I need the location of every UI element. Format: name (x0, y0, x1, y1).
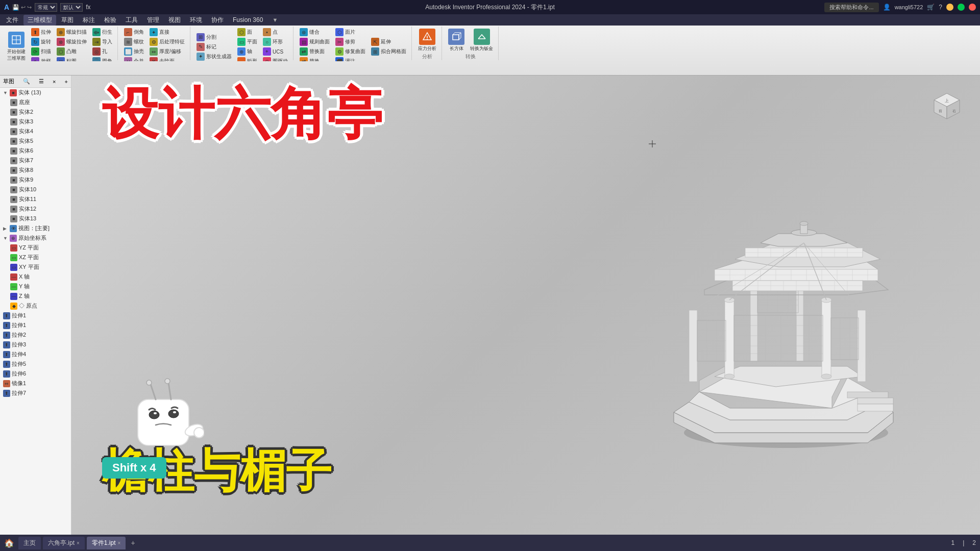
search-box[interactable]: 搜索帮助和命令... (824, 3, 878, 12)
ribbon-btn-ucs[interactable]: ⌖ UCS (261, 47, 290, 56)
tree-solid8[interactable]: ■ 实体8 (0, 165, 71, 175)
tree-extrude1b[interactable]: ⬆ 拉伸1 (0, 320, 71, 330)
menu-environment[interactable]: 环境 (186, 15, 206, 26)
quick-access-icons[interactable]: 💾 ↩ ↪ (12, 4, 32, 11)
menu-fusion360[interactable]: Fusion 360 (229, 15, 267, 24)
tree-solid5[interactable]: ■ 实体5 (0, 136, 71, 146)
ribbon-btn-start-3d[interactable]: 开始创建三维草图 (5, 31, 28, 61)
tree-extrude5[interactable]: ⬆ 拉伸5 (0, 359, 71, 369)
ribbon-btn-rect[interactable]: ▬ 矩形 (235, 57, 259, 61)
ribbon-btn-fillet[interactable]: ⌒ 圆角 (90, 57, 114, 61)
ribbon-btn-emboss[interactable]: ⬡ 凸雕 (55, 47, 89, 56)
ribbon-btn-helix-extrude[interactable]: ⊗ 螺旋拉伸 (55, 37, 89, 46)
tree-solid2[interactable]: ■ 实体2 (0, 107, 71, 117)
close-btn[interactable] (969, 4, 976, 11)
ribbon-btn-plane[interactable]: ▭ 平面 (235, 37, 259, 46)
ribbon-btn-remove-face[interactable]: ✕ 去除面 (148, 57, 187, 61)
tree-base[interactable]: ■ 底座 (0, 97, 71, 107)
style-selector[interactable]: 默认 (60, 3, 83, 12)
ribbon-btn-chamfer[interactable]: ⌐ 倒角 (122, 28, 146, 37)
ribbon-btn-thread[interactable]: ≋ 螺纹 (122, 37, 146, 46)
ribbon-btn-import[interactable]: ⇥ 导入 (90, 37, 114, 46)
ribbon-btn-stitch[interactable]: ⊛ 缝合 (298, 28, 332, 37)
tree-x-axis[interactable]: — X 轴 (0, 272, 71, 282)
tree-solids[interactable]: ▼ ■ 实体 (13) (0, 88, 71, 97)
tree-extrude6[interactable]: ⬆ 拉伸6 (0, 369, 71, 379)
ribbon-btn-rule-surface[interactable]: ▤ 规则曲面 (298, 37, 332, 46)
tree-solid11[interactable]: ■ 实体11 (0, 194, 71, 204)
ribbon-btn-mark[interactable]: ✎ 标记 (194, 42, 234, 52)
ribbon-btn-point[interactable]: • 点 (261, 28, 290, 37)
ribbon-btn-thicken[interactable]: ⇔ 厚度/偏移 (148, 47, 187, 56)
fusion-dropdown[interactable]: ▼ (272, 17, 278, 23)
ribbon-btn-postprocess[interactable]: ⚙ 后处理特征 (148, 37, 187, 46)
menu-manage[interactable]: 管理 (143, 15, 163, 26)
ribbon-btn-derive[interactable]: ⟴ 衍生 (90, 28, 114, 37)
tree-extrude2[interactable]: ⬆ 拉伸2 (0, 330, 71, 340)
tree-xy-plane[interactable]: ▭ XY 平面 (0, 262, 71, 272)
menu-inspect[interactable]: 检验 (100, 15, 120, 26)
tree-solid3[interactable]: ■ 实体3 (0, 117, 71, 127)
tree-solid9[interactable]: ■ 实体9 (0, 175, 71, 185)
tree-origin[interactable]: ▼ ⊕ 原始坐标系 (0, 233, 71, 243)
ribbon-btn-patch[interactable]: ⬡ 面片 (333, 28, 368, 37)
tree-extrude3[interactable]: ⬆ 拉伸3 (0, 340, 71, 349)
username[interactable]: wangli5722 (895, 4, 923, 10)
status-tab-home[interactable]: 主页 (18, 537, 41, 549)
tab-hexagon-close[interactable]: × (77, 540, 80, 546)
panel-add-icon[interactable]: + (65, 79, 68, 85)
menu-sketch[interactable]: 草图 (57, 15, 78, 26)
ribbon-btn-helix[interactable]: ⊕ 螺旋扫描 (55, 28, 89, 37)
ribbon-btn-fill[interactable]: ⬛ 灌注 (333, 57, 368, 61)
ribbon-btn-split[interactable]: ⊞ 分割 (194, 33, 234, 42)
ribbon-btn-decal[interactable]: ◻ 贴图 (55, 57, 89, 61)
ribbon-btn-trim[interactable]: ✂ 修剪 (333, 37, 368, 46)
ribbon-btn-replace-face[interactable]: ⇄ 替换面 (298, 47, 332, 56)
tree-solid10[interactable]: ■ 实体10 (0, 185, 71, 194)
menu-file[interactable]: 文件 (2, 15, 22, 26)
panel-search-icon[interactable]: 🔍 (23, 78, 30, 85)
tree-extrude1[interactable]: ⬆ 拉伸1 (0, 311, 71, 320)
tab-part1-close[interactable]: × (118, 540, 121, 546)
maximize-btn[interactable] (958, 4, 965, 11)
ribbon-btn-repair[interactable]: ⚙ 修复曲面 (333, 47, 368, 56)
ribbon-btn-extend[interactable]: ⇱ 延伸 (369, 37, 408, 46)
menu-view[interactable]: 视图 (164, 15, 185, 26)
tree-xz-plane[interactable]: ▭ XZ 平面 (0, 253, 71, 262)
ribbon-btn-combine[interactable]: ⊎ 合并 (122, 57, 146, 61)
tree-extrude4[interactable]: ⬆ 拉伸4 (0, 349, 71, 359)
ribbon-btn-shape-gen[interactable]: ✦ 形状生成器 (194, 52, 234, 61)
panel-menu-icon[interactable]: ☰ (39, 78, 44, 85)
menu-collaborate[interactable]: 协作 (207, 15, 228, 26)
tree-solid6[interactable]: ■ 实体6 (0, 146, 71, 156)
tab-add-btn[interactable]: + (128, 539, 138, 547)
minimize-btn[interactable] (946, 4, 953, 11)
ribbon-btn-fit-mesh[interactable]: ⊞ 拟合网格面 (369, 47, 408, 56)
tree-solid4[interactable]: ■ 实体4 (0, 127, 71, 136)
tree-origin-point[interactable]: ◆ ◇ 原点 (0, 301, 71, 311)
ribbon-btn-stress[interactable]: 应力分析 (416, 28, 438, 53)
ribbon-btn-direct[interactable]: ✦ 直接 (148, 28, 187, 37)
ribbon-btn-shell[interactable]: ⬜ 抽壳 (122, 47, 146, 56)
tree-y-axis[interactable]: — Y 轴 (0, 282, 71, 291)
tree-solid7[interactable]: ■ 实体7 (0, 156, 71, 165)
workspace-selector[interactable]: 常规 (35, 3, 57, 12)
tree-z-axis[interactable]: — Z 轴 (0, 291, 71, 301)
ribbon-btn-loft[interactable]: ◈ 放样 (29, 57, 53, 61)
ribbon-btn-hole[interactable]: ◎ 孔 (90, 47, 114, 56)
nav-cube[interactable]: 上 前 右 (929, 91, 965, 127)
status-tab-part1[interactable]: 零件1.ipt × (87, 537, 126, 549)
help-icon[interactable]: ? (939, 4, 942, 11)
tree-yz-plane[interactable]: ▭ YZ 平面 (0, 243, 71, 253)
status-tab-hexagon[interactable]: 六角亭.ipt × (43, 537, 85, 549)
tree-extrude7[interactable]: ⬆ 拉伸7 (0, 388, 71, 398)
ribbon-btn-to-sheetmetal[interactable]: 转换为钣金 (468, 28, 495, 53)
tree-view[interactable]: ▶ 👁 视图：[主要] (0, 223, 71, 233)
tree-solid13[interactable]: ■ 实体13 (0, 214, 71, 223)
ribbon-btn-rotate[interactable]: ↻ 旋转 (29, 37, 53, 46)
panel-close-icon[interactable]: × (53, 79, 56, 85)
ribbon-btn-scan[interactable]: ⟳ 扫描 (29, 47, 53, 56)
ribbon-btn-image-driven[interactable]: ⊙ 图驱动 (261, 57, 290, 61)
cart-icon[interactable]: 🛒 (927, 4, 935, 11)
ribbon-btn-box[interactable]: 长方体 (446, 28, 467, 53)
